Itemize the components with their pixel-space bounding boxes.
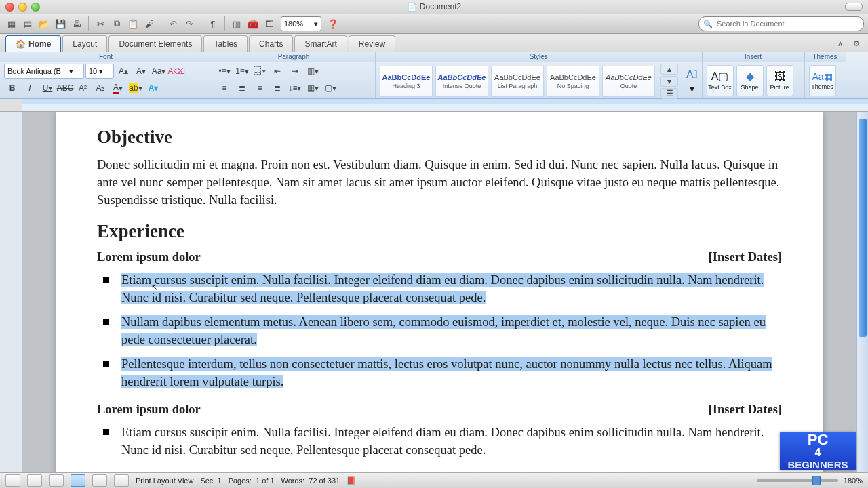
toolbar-toggle-button[interactable] [845,3,863,11]
italic-button[interactable]: I [22,81,38,96]
group-font-title: Font [0,52,212,62]
tab-layout[interactable]: Layout [62,35,107,52]
borders-button[interactable]: ▢▾ [322,81,338,96]
columns-button[interactable]: ▥▾ [304,64,321,79]
grow-font-button[interactable]: A▴ [115,64,132,79]
tab-document-elements[interactable]: Document Elements [108,35,202,52]
shading-button[interactable]: ▦▾ [304,81,321,96]
shrink-font-button[interactable]: A▾ [133,64,149,79]
exp2-title: Lorem ipsum dolor [97,403,201,417]
open-button[interactable]: 📂 [37,16,52,31]
view-fullscreen-button[interactable] [114,474,129,487]
tab-home[interactable]: 🏠Home [5,35,61,52]
new-button[interactable]: ▦ [4,16,19,31]
tab-charts[interactable]: Charts [249,35,293,52]
textbox-button[interactable]: A▢Text Box [707,65,734,96]
decrease-indent-button[interactable]: ⇤ [269,64,285,79]
align-center-button[interactable]: ≣ [234,81,250,96]
vertical-scrollbar[interactable] [856,112,868,472]
increase-indent-button[interactable]: ⇥ [287,64,303,79]
sidebar-button[interactable]: ▥ [229,16,244,31]
font-color-button[interactable]: A▾ [110,81,126,96]
style-intense-quote[interactable]: AaBbCcDdEeIntense Quote [435,66,488,97]
ribbon: Font Book Antiqua (B... ▾ 10 ▾ A▴ A▾ Aa▾… [0,52,868,99]
search-input[interactable] [715,19,859,28]
search-box[interactable]: 🔍 [698,16,864,31]
styles-scroll-down[interactable]: ▾ [660,76,678,87]
tab-review[interactable]: Review [349,35,395,52]
zoom-select[interactable]: 180%▾ [281,16,321,31]
bullets-button[interactable]: •≡▾ [216,64,233,79]
themes-button[interactable]: Aa▦Themes [809,65,836,96]
view-draft-button[interactable] [5,474,20,487]
view-notebook-button[interactable] [92,474,107,487]
picture-button[interactable]: 🖼Picture [766,65,793,96]
style-list-paragraph[interactable]: AaBbCcDdEeList Paragraph [491,66,544,97]
copy-button[interactable]: ⧉ [109,16,124,31]
font-size-select[interactable]: 10 ▾ [85,64,114,79]
save-button[interactable]: 💾 [53,16,68,31]
show-formatting-button[interactable]: ¶ [205,16,220,31]
text-effects-button[interactable]: A▾ [145,81,161,96]
underline-button[interactable]: U▾ [39,81,56,96]
styles-expand[interactable]: ☰ [660,88,678,99]
shape-button[interactable]: ◆Shape [736,65,764,96]
home-icon: 🏠 [16,39,26,49]
zoom-slider-knob[interactable] [812,476,821,485]
scrollbar-thumb[interactable] [859,119,867,337]
list-item: Etiam cursus suscipit enim. Nulla facili… [97,424,782,459]
line-spacing-button[interactable]: ↕≡▾ [287,81,303,96]
close-window-button[interactable] [5,3,14,12]
view-print-layout-button[interactable] [71,474,85,487]
strikethrough-button[interactable]: ABC [57,81,73,96]
align-right-button[interactable]: ≡ [252,81,268,96]
list-item: Pellentesque interdum, tellus non consec… [97,355,782,390]
view-outline-button[interactable] [27,474,42,487]
multilevel-button[interactable]: ⿳▾ [252,64,268,79]
style-no-spacing[interactable]: AaBbCcDdEeNo Spacing [547,66,599,97]
zoom-value[interactable]: 180% [844,476,863,485]
styles-pane-button[interactable]: ▾ [690,83,694,94]
change-case-button[interactable]: Aa▾ [151,64,167,79]
textbox-icon: A▢ [711,70,729,83]
format-painter-button[interactable]: 🖌 [142,16,157,31]
page[interactable]: Objective Donec sollicitudin mi et magna… [56,112,823,472]
redo-button[interactable]: ↷ [182,16,197,31]
style-heading3[interactable]: AaBbCcDdEeHeading 3 [380,66,433,97]
align-left-button[interactable]: ≡ [216,81,233,96]
horizontal-ruler[interactable] [0,99,868,112]
undo-button[interactable]: ↶ [165,16,180,31]
spellcheck-icon[interactable]: 📕 [347,476,356,485]
view-publishing-button[interactable] [49,474,64,487]
vertical-ruler[interactable] [0,112,22,472]
style-quote[interactable]: AaBbCcDdEeQuote [602,66,655,97]
superscript-button[interactable]: A² [75,81,91,96]
justify-button[interactable]: ≣ [269,81,285,96]
media-button[interactable]: 🗔 [262,16,277,31]
zoom-slider[interactable] [757,479,838,482]
bold-button[interactable]: B [4,81,20,96]
zoom-window-button[interactable] [31,3,40,12]
cut-button[interactable]: ✂ [93,16,108,31]
tab-tables[interactable]: Tables [203,35,248,52]
minimize-window-button[interactable] [18,3,27,12]
paste-button[interactable]: 📋 [125,16,140,31]
group-font: Font Book Antiqua (B... ▾ 10 ▾ A▴ A▾ Aa▾… [0,52,212,98]
tab-smartart[interactable]: SmartArt [294,35,347,52]
numbering-button[interactable]: 1≡▾ [234,64,250,79]
highlight-button[interactable]: ab▾ [127,81,144,96]
ribbon-collapse-button[interactable]: ∧ [834,38,846,49]
styles-scroll-up[interactable]: ▴ [660,64,678,75]
clear-formatting-button[interactable]: A⌫ [168,64,184,79]
styles-gallery[interactable]: AaBbCcDdEeHeading 3 AaBbCcDdEeIntense Qu… [376,62,702,100]
print-button[interactable]: 🖶 [69,16,84,31]
font-name-select[interactable]: Book Antiqua (B... ▾ [4,64,84,79]
subscript-button[interactable]: A₂ [92,81,108,96]
document-scroll[interactable]: Objective Donec sollicitudin mi et magna… [22,112,856,472]
help-button[interactable]: ❓ [326,16,340,31]
toolbox-button[interactable]: 🧰 [245,16,260,31]
group-insert: Insert A▢Text Box ◆Shape 🖼Picture [703,52,805,98]
heading-experience: Experience [97,221,782,242]
new-from-template-button[interactable]: ▤ [20,16,35,31]
ribbon-settings-button[interactable]: ⚙ [850,38,863,49]
